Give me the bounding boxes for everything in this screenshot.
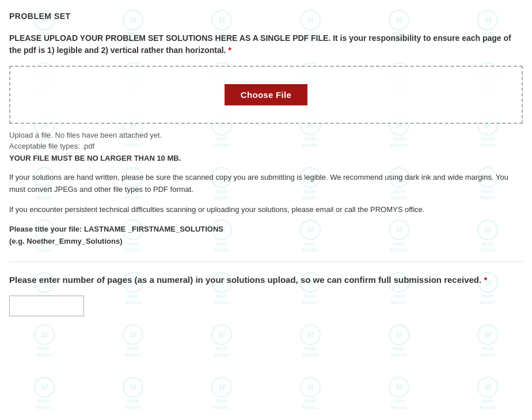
- upload-instruction-text: PLEASE UPLOAD YOUR PROBLEM SET SOLUTIONS…: [9, 33, 511, 55]
- pages-section: Please enter number of pages (as a numer…: [9, 274, 523, 317]
- section-divider: [9, 262, 523, 262]
- upload-dropzone[interactable]: Choose File: [9, 66, 523, 124]
- upload-instruction: PLEASE UPLOAD YOUR PROBLEM SET SOLUTIONS…: [9, 32, 523, 56]
- choose-file-button[interactable]: Choose File: [225, 84, 307, 105]
- title-instruction-line1: Please title your file: LASTNAME _FIRSTN…: [9, 224, 523, 236]
- upload-section: PLEASE UPLOAD YOUR PROBLEM SET SOLUTIONS…: [9, 32, 523, 248]
- required-star-upload: *: [228, 46, 231, 55]
- required-star-pages: *: [484, 275, 487, 285]
- main-content: PROBLEM SET PLEASE UPLOAD YOUR PROBLEM S…: [0, 0, 532, 328]
- pages-label: Please enter number of pages (as a numer…: [9, 274, 523, 287]
- title-instruction: Please title your file: LASTNAME _FIRSTN…: [9, 224, 523, 248]
- pages-input[interactable]: [9, 296, 84, 316]
- pages-label-text: Please enter number of pages (as a numer…: [9, 275, 481, 285]
- technical-note: If you encounter persistent technical di…: [9, 204, 523, 216]
- file-size-warning: YOUR FILE MUST BE NO LARGER THAN 10 MB.: [9, 154, 523, 162]
- upload-status: Upload a file. No files have been attach…: [9, 131, 523, 139]
- acceptable-types: Acceptable file types: .pdf: [9, 142, 523, 150]
- title-instruction-line2: (e.g. Noether_Emmy_Solutions): [9, 236, 523, 248]
- handwritten-note: If your solutions are hand written, plea…: [9, 172, 523, 196]
- page-title: PROBLEM SET: [9, 12, 523, 21]
